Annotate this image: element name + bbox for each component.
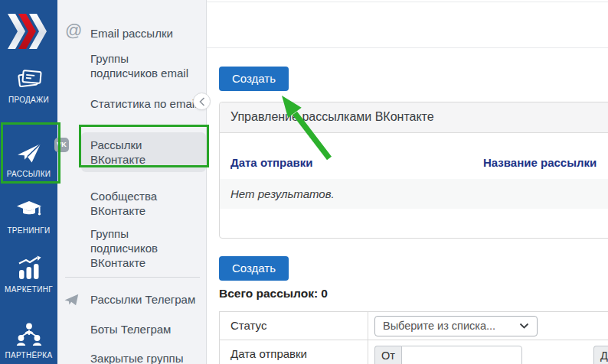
secondary-sidebar: @ Email рассылки Группы подписчиков emai… <box>57 0 207 364</box>
at-icon: @ <box>65 23 82 37</box>
filter-row-status: Статус Выберите из списка... <box>220 312 608 340</box>
menu-item-email-subscriber-groups[interactable]: Группы подписчиков email <box>90 51 199 80</box>
total-mailings-count: Всего рассылок: 0 <box>219 287 328 301</box>
date-to-addon: До <box>593 346 608 364</box>
date-from-addon: От <box>374 346 401 364</box>
menu-item-telegram-mailings[interactable]: Рассылки Телеграм <box>90 292 199 307</box>
sidebar-item-sales[interactable]: ПРОДАЖИ <box>0 64 57 104</box>
date-to-group: До <box>593 346 608 364</box>
vk-mailings-panel: Управление рассылками ВКонтакте Дата отп… <box>219 102 608 239</box>
status-select-value: Выберите из списка... <box>383 320 495 332</box>
sidebar-item-label: ТРЕНИНГИ <box>0 226 57 235</box>
sidebar-item-label: ПАРТНЁРКА <box>0 351 57 359</box>
menu-divider <box>65 277 200 278</box>
mailings-table: Дата отправки Название рассылки Нет резу… <box>220 133 608 238</box>
chevron-left-icon <box>199 97 205 106</box>
credit-cards-icon <box>15 64 44 93</box>
graduation-cap-icon <box>15 195 44 224</box>
telegram-icon <box>64 294 79 309</box>
sidebar-collapse-button[interactable] <box>193 93 211 110</box>
menu-item-vk-communities[interactable]: Сообщества ВКонтакте <box>90 189 199 218</box>
menu-item-email-statistics[interactable]: Статистика по email <box>90 96 199 111</box>
sidebar-item-label: МАРКЕТИНГ <box>0 285 57 294</box>
create-mailing-button-secondary[interactable]: Создать <box>219 256 289 281</box>
bar-chart-icon <box>15 254 44 283</box>
column-header-send-date[interactable]: Дата отправки <box>220 156 483 169</box>
filter-table: Статус Выберите из списка... Дата отправ… <box>219 311 608 364</box>
sidebar-item-label: ПРОДАЖИ <box>0 96 57 104</box>
filter-row-send-date: Дата отправки От До <box>220 340 608 364</box>
date-from-group: От <box>374 346 522 364</box>
menu-item-vk-mailings[interactable]: VK Рассылки ВКонтакте <box>81 132 206 172</box>
date-filter-label: Дата отправки <box>220 340 368 364</box>
sidebar-item-marketing[interactable]: МАРКЕТИНГ <box>0 254 57 294</box>
sidebar-item-trainings[interactable]: ТРЕНИНГИ <box>0 195 57 235</box>
empty-results-row: Нет результатов. <box>220 179 608 209</box>
menu-item-email-mailings[interactable]: @ Email рассылки <box>90 26 199 41</box>
status-filter-label: Статус <box>220 312 368 340</box>
status-select[interactable]: Выберите из списка... <box>374 316 538 336</box>
menu-item-vk-subscriber-groups[interactable]: Группы подписчиков ВКонтакте <box>90 226 199 270</box>
create-mailing-button[interactable]: Создать <box>219 67 289 91</box>
panel-title: Управление рассылками ВКонтакте <box>220 102 608 133</box>
primary-sidebar: ПРОДАЖИ РАССЫЛКИ ТРЕНИНГИ <box>0 0 57 364</box>
sidebar-item-partners[interactable]: ПАРТНЁРКА <box>0 320 57 359</box>
paper-plane-icon <box>15 138 44 167</box>
column-header-mailing-name[interactable]: Название рассылки <box>483 156 608 169</box>
table-header-row: Дата отправки Название рассылки <box>220 133 608 169</box>
menu-item-telegram-closed-groups[interactable]: Закрытые группы Телеграм <box>90 351 199 364</box>
app-logo[interactable] <box>8 14 49 52</box>
people-network-icon <box>15 320 44 349</box>
sidebar-item-label: РАССЫЛКИ <box>0 170 57 178</box>
vk-icon: VK <box>54 138 69 152</box>
main-content: Создать Управление рассылками ВКонтакте … <box>207 0 608 364</box>
chevrons-logo-icon <box>8 14 47 49</box>
menu-item-telegram-bots[interactable]: Боты Телеграм <box>90 322 199 336</box>
sidebar-item-mailings[interactable]: РАССЫЛКИ <box>0 138 57 178</box>
app-window: ПРОДАЖИ РАССЫЛКИ ТРЕНИНГИ <box>0 0 608 364</box>
top-header-bar <box>207 2 608 48</box>
date-from-input[interactable] <box>401 346 522 364</box>
chevron-down-icon <box>519 323 529 330</box>
